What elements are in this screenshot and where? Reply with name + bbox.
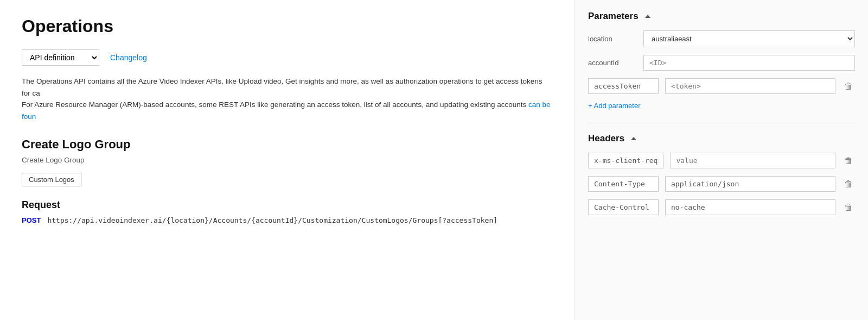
header-value-3[interactable] [665, 199, 835, 215]
headers-section: Headers x-ms-client-req 🗑 Content-Type 🗑… [588, 133, 855, 215]
location-param-row: location australiaeast eastus westus wes… [588, 30, 855, 47]
section-subtitle: Create Logo Group [22, 156, 553, 164]
request-url: https://api.videoindexer.ai/{location}/A… [47, 216, 497, 224]
header-key-3: Cache-Control [588, 199, 659, 215]
location-label: location [588, 35, 637, 43]
section-title: Create Logo Group [22, 137, 553, 152]
api-def-row: API definition Changelog [22, 49, 553, 66]
api-definition-select[interactable]: API definition [22, 49, 99, 66]
request-row: POST https://api.videoindexer.ai/{locati… [22, 216, 553, 224]
add-parameter-button[interactable]: + Add parameter [588, 102, 640, 110]
description-text: The Operations API contains all the Azur… [22, 76, 553, 122]
header-key-2: Content-Type [588, 176, 659, 192]
parameters-section-title: Parameters [588, 11, 855, 22]
account-id-param-row: accountId [588, 55, 855, 71]
headers-section-title: Headers [588, 133, 855, 144]
changelog-link[interactable]: Changelog [110, 53, 147, 62]
page-title: Operations [22, 16, 553, 36]
access-token-key: accessToken [588, 78, 659, 94]
header-row-1: x-ms-client-req 🗑 [588, 153, 855, 168]
description-link[interactable]: can be foun [22, 101, 551, 121]
http-method: POST [22, 216, 41, 224]
header-3-delete-icon[interactable]: 🗑 [842, 200, 855, 215]
request-section-title: Request [22, 199, 553, 211]
section-divider [588, 123, 855, 123]
right-panel: Parameters location australiaeast eastus… [575, 0, 868, 320]
header-row-3: Cache-Control 🗑 [588, 199, 855, 215]
header-1-delete-icon[interactable]: 🗑 [842, 154, 855, 168]
access-token-delete-icon[interactable]: 🗑 [842, 79, 855, 93]
header-value-1[interactable] [670, 153, 835, 168]
header-2-delete-icon[interactable]: 🗑 [842, 177, 855, 191]
custom-logos-tag[interactable]: Custom Logos [22, 173, 81, 186]
account-id-label: accountId [588, 59, 637, 67]
parameters-chevron-icon[interactable] [645, 15, 650, 18]
header-value-2[interactable] [665, 176, 835, 192]
headers-chevron-icon[interactable] [631, 137, 636, 140]
access-token-row: accessToken 🗑 [588, 78, 855, 94]
left-panel: Operations API definition Changelog The … [0, 0, 575, 320]
account-id-input[interactable] [643, 55, 855, 71]
header-key-1: x-ms-client-req [588, 153, 663, 168]
header-row-2: Content-Type 🗑 [588, 176, 855, 192]
location-select[interactable]: australiaeast eastus westus westeurope n… [643, 30, 855, 47]
access-token-input[interactable] [665, 78, 835, 94]
